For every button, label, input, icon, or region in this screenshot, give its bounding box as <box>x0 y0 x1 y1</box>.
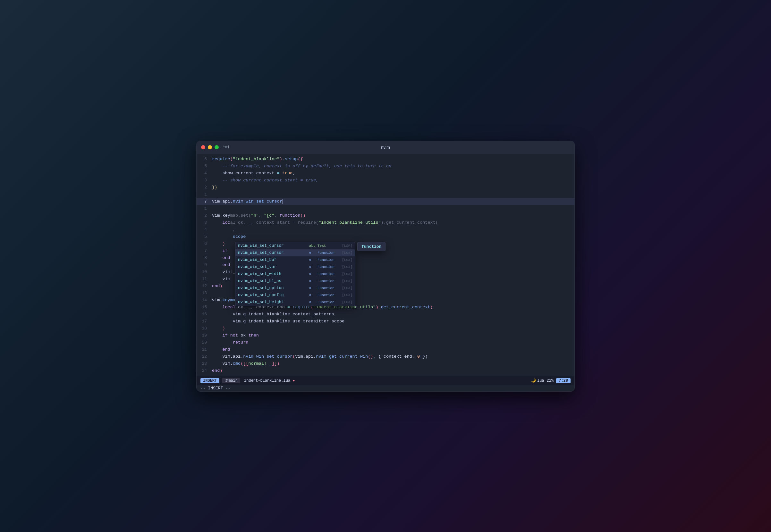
modified-indicator: ● <box>292 378 295 383</box>
cursor-position: 7:28 <box>556 378 571 383</box>
traffic-lights <box>201 145 219 149</box>
line-number: 21 <box>197 346 212 353</box>
ac-source: [Lua] <box>340 300 352 304</box>
line-number: 6 <box>197 240 212 247</box>
file-name: indent-blankline.lua <box>244 378 290 383</box>
editor-body: 6 require("indent_blankline").setup({ 5 … <box>197 154 574 391</box>
ac-type-icon: ⊕ <box>309 293 315 297</box>
line-content: vim.keymap.set("n", "[c", function() <box>212 212 574 219</box>
line-number: 24 <box>197 367 212 374</box>
line-content: end <box>212 346 574 353</box>
ac-item-name: nvim_win_set_option <box>238 286 307 290</box>
line-number: 2 <box>197 184 212 191</box>
language-indicator: 🌙 lua <box>531 378 544 383</box>
code-line-23: 23 vim.cmd([[normal! _]]) <box>197 360 574 367</box>
ac-item-5[interactable]: nvim_win_set_width ⊕ Function [Lua] <box>235 270 355 278</box>
autocomplete-container: nvim_win_set_cursor abc Text [LSP] nvim_… <box>235 242 385 306</box>
code-line-22: 22 vim.api.nvim_win_set_cursor(vim.api.n… <box>197 353 574 360</box>
ac-type: Function <box>317 265 338 269</box>
line-number-active: 7 <box>197 198 212 205</box>
line-content: vim.api.nvim_win_set_cursor(vim.api.nvim… <box>212 353 574 360</box>
titlebar: ⌃⌘1 nvim <box>197 141 574 154</box>
ac-source: [LSP] <box>340 244 352 248</box>
ac-item-3[interactable]: nvim_win_set_buf ⊕ Function [Lua] <box>235 256 355 263</box>
ac-source: [Lua] <box>340 258 352 262</box>
ac-item-6[interactable]: nvim_win_set_hl_ns ⊕ Function [Lua] <box>235 278 355 285</box>
line-content: vim.api.nvim_win_set_cursor <box>212 198 574 205</box>
ac-type-icon: ⊕ <box>309 258 315 262</box>
ac-item-8[interactable]: nvim_win_set_config ⊕ Function [Lua] <box>235 292 355 299</box>
line-number: 6 <box>197 156 212 163</box>
line-content: ) <box>212 325 574 332</box>
code-line-2b: 2 vim.keymap.set("n", "[c", function() <box>197 212 574 219</box>
code-line-5b: 5 scope <box>197 233 574 240</box>
ac-item-name: nvim_win_set_buf <box>238 258 307 262</box>
function-tooltip: function <box>357 242 385 251</box>
line-content: }) <box>212 184 574 191</box>
line-content: vim.cmd([[normal! _]]) <box>212 360 574 367</box>
line-number: 20 <box>197 339 212 346</box>
line-number: 1 <box>197 191 212 198</box>
code-line-21: 21 end <box>197 346 574 353</box>
line-content: vim.g.indent_blankline_use_treesitter_sc… <box>212 318 574 325</box>
line-content: local ok, _, context_start = require("in… <box>212 219 574 226</box>
ac-type-icon: ⊕ <box>309 265 315 269</box>
window-title: nvim <box>381 145 390 150</box>
ac-type-icon: ⊕ <box>309 251 315 255</box>
maximize-button[interactable] <box>214 145 219 149</box>
ac-item-1[interactable]: nvim_win_set_cursor abc Text [LSP] <box>235 242 355 249</box>
ac-source: [Lua] <box>340 272 352 276</box>
line-number: 4 <box>197 226 212 233</box>
ac-type: Function <box>317 279 338 283</box>
ac-item-9[interactable]: nvim_win_set_height ⊕ Function [Lua] <box>235 299 355 306</box>
code-line-1a: 1 <box>197 191 574 198</box>
statusbar: INSERT 𝒴 main indent-blankline.lua ● 🌙 l… <box>197 376 574 385</box>
ac-type: Function <box>317 272 338 276</box>
window-shortcut: ⌃⌘1 <box>222 145 230 150</box>
code-line-4b: 4 , <box>197 226 574 233</box>
line-content: scope <box>212 233 574 240</box>
line-number: 16 <box>197 311 212 318</box>
ac-type-icon: ⊕ <box>309 286 315 290</box>
ac-type-icon: ⊕ <box>309 300 315 304</box>
ac-source: [Lua] <box>340 293 352 297</box>
line-content: if not ok then <box>212 332 574 339</box>
code-line-7-active: 7 vim.api.nvim_win_set_cursor <box>197 198 574 205</box>
line-content: vim.g.indent_blankline_context_patterns, <box>212 311 574 318</box>
line-content: show_current_context = true, <box>212 170 574 177</box>
ac-item-name: nvim_win_set_config <box>238 293 307 297</box>
minimize-button[interactable] <box>208 145 212 149</box>
line-number: 22 <box>197 353 212 360</box>
line-content: end) <box>212 367 574 374</box>
ac-item-7[interactable]: nvim_win_set_option ⊕ Function [Lua] <box>235 285 355 292</box>
close-button[interactable] <box>201 145 205 149</box>
line-number: 19 <box>197 332 212 339</box>
ac-item-2[interactable]: nvim_win_set_cursor ⊕ Function [Lua] <box>235 249 355 256</box>
ac-item-name: nvim_win_set_var <box>238 265 307 269</box>
ac-type: Function <box>317 251 338 255</box>
line-number: 17 <box>197 318 212 325</box>
autocomplete-list[interactable]: nvim_win_set_cursor abc Text [LSP] nvim_… <box>235 242 355 306</box>
ac-type-icon: ⊕ <box>309 272 315 276</box>
ac-type-icon: abc <box>309 244 315 248</box>
line-number: 14 <box>197 297 212 304</box>
line-number: 1 <box>197 205 212 212</box>
ac-item-4[interactable]: nvim_win_set_var ⊕ Function [Lua] <box>235 263 355 270</box>
ac-source: [Lua] <box>340 265 352 269</box>
tooltip-text: function <box>361 244 381 249</box>
line-number: 8 <box>197 254 212 262</box>
code-line-20: 20 return <box>197 339 574 346</box>
ac-type-icon: ⊕ <box>309 279 315 283</box>
line-content: -- show_current_context_start = true, <box>212 177 574 184</box>
line-number: 4 <box>197 170 212 177</box>
code-line-2: 2 }) <box>197 184 574 191</box>
ac-item-name: nvim_win_set_width <box>238 272 307 276</box>
line-number: 11 <box>197 276 212 283</box>
line-number: 5 <box>197 163 212 170</box>
nvim-window: ⌃⌘1 nvim 6 require("indent_blankline").s… <box>196 141 575 392</box>
code-line-1b: 1 <box>197 205 574 212</box>
line-number: 7 <box>197 247 212 254</box>
code-line-4: 4 show_current_context = true, <box>197 170 574 177</box>
ac-item-name: nvim_win_set_height <box>238 300 307 304</box>
code-area[interactable]: 6 require("indent_blankline").setup({ 5 … <box>197 154 574 376</box>
